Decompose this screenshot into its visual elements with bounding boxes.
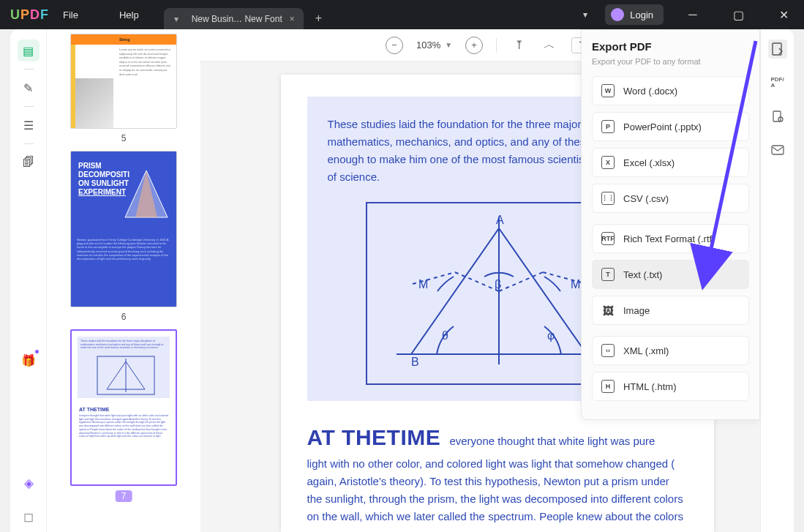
rail-form-icon[interactable]: ☰ [18,114,40,136]
svg-text:θ: θ [442,329,448,342]
svg-text:φ: φ [547,329,555,342]
bookmark-icon[interactable]: ◻ [18,506,40,528]
pdfa-icon[interactable]: PDF/A [768,73,787,92]
body-paragraph: AT THETIME everyone thought that white l… [307,420,688,525]
left-rail: ▤ ✎ ☰ 🗐 🎁 ◈ ◻ [10,29,47,532]
right-rail: PDF/A [760,29,794,532]
thumbnail-5[interactable]: String Lorem ipsum dolor sit amet consec… [70,34,177,143]
zoom-in-button[interactable]: + [465,37,483,54]
svg-rect-23 [772,146,784,154]
thumbnail-6[interactable]: PRISMDECOMPOSITION SUNLIGHTEXPERIMENT Ne… [70,151,177,322]
export-panel: Export PDF Export your PDF to any format… [581,29,760,420]
window-maximize[interactable]: ▢ [722,0,754,29]
thumb-num-7: 7 [116,490,132,502]
tab-dropdown-icon[interactable]: ▾ [174,14,179,24]
export-pdf-icon[interactable] [768,40,787,59]
svg-text:β: β [495,278,501,291]
compress-icon[interactable] [768,107,787,126]
zoom-out-button[interactable]: − [386,37,403,54]
svg-text:M: M [418,278,428,291]
svg-text:B: B [411,356,419,368]
thumb-num-5: 5 [70,133,177,143]
mail-icon[interactable] [768,141,787,160]
thumb-num-6: 6 [70,312,177,322]
export-text[interactable]: TText (.txt) [592,260,749,289]
export-powerpoint[interactable]: PPowerPoint (.pptx) [592,112,749,141]
svg-text:A: A [496,214,504,226]
rail-thumbnails-icon[interactable]: ▤ [18,40,40,61]
export-word[interactable]: WWord (.docx) [592,76,749,105]
zoom-level[interactable]: 103%▼ [416,40,452,50]
document-tab[interactable]: ▾ New Busin… New Font × [164,8,304,29]
export-excel[interactable]: XExcel (.xlsx) [592,148,749,177]
tab-strip: ▾ New Busin… New Font × + [164,0,332,29]
app-logo: UPDF [0,7,42,23]
export-csv[interactable]: ⋮⋮CSV (.csv) [592,184,749,213]
menu-help[interactable]: Help [99,10,159,20]
chevron-down-icon: ▼ [445,41,452,49]
login-label: Login [630,10,653,20]
login-button[interactable]: Login [605,4,664,25]
export-subtitle: Export your PDF to any format [592,57,749,66]
thumbnail-panel: String Lorem ipsum dolor sit amet consec… [47,29,200,532]
export-rtf[interactable]: RTFRich Text Format (.rtf) [592,224,749,253]
section-heading: AT THETIME [307,425,441,449]
left-rail-bottom: ◈ ◻ [10,472,47,528]
rail-highlight-icon[interactable]: ✎ [18,77,40,99]
avatar-icon [611,8,624,21]
svg-text:M: M [571,278,580,291]
menu-file[interactable]: File [42,10,99,20]
prev-page-button[interactable]: ︿ [541,37,558,53]
new-tab-button[interactable]: + [305,7,332,29]
titlebar-right: ▾ Login ─ ▢ ✕ [579,0,804,29]
titlebar: UPDF File Help ▾ New Busin… New Font × +… [0,0,804,29]
svg-rect-21 [773,111,781,121]
thumbnail-7[interactable]: These studies laid the foundation for th… [70,329,177,502]
tab-title: New Busin… New Font [192,14,282,24]
window-close[interactable]: ✕ [767,0,800,29]
rail-clipboard-icon[interactable]: 🗐 [18,151,40,173]
export-html[interactable]: HHTML (.htm) [592,372,749,401]
export-image[interactable]: 🖼Image [592,296,749,325]
tab-close-icon[interactable]: × [290,14,295,24]
layers-icon[interactable]: ◈ [18,472,40,494]
window-minimize[interactable]: ─ [677,0,709,29]
first-page-button[interactable]: ⤒ [510,38,527,52]
export-xml[interactable]: ‹›XML (.xml) [592,336,749,365]
export-title: Export PDF [592,40,749,53]
rail-gift-icon[interactable]: 🎁 [18,349,40,371]
titlebar-chevron-icon[interactable]: ▾ [579,5,592,24]
